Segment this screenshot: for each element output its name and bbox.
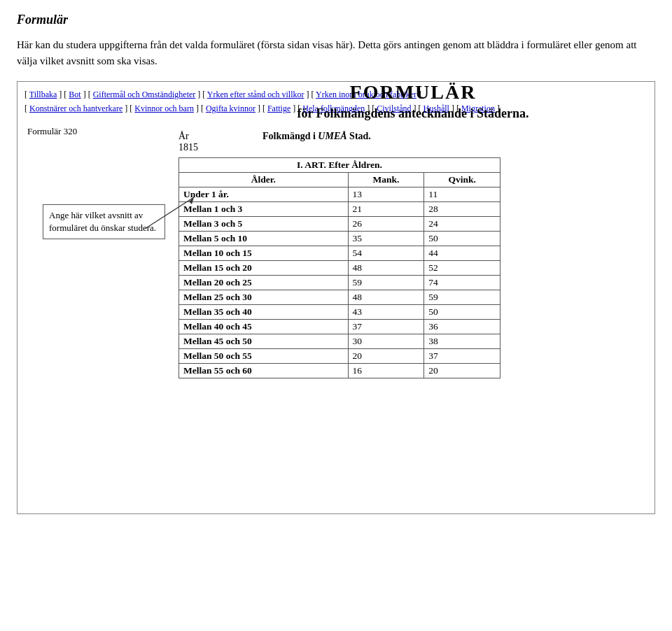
table-row: Mellan 55 och 601620 xyxy=(179,363,500,378)
table-row: Mellan 10 och 155444 xyxy=(179,246,500,260)
nav-tillbaka[interactable]: Tillbaka xyxy=(29,90,57,99)
table-cell-qvink: 20 xyxy=(424,363,500,378)
table-cell-mank: 37 xyxy=(348,319,424,334)
table-row: Mellan 45 och 503038 xyxy=(179,334,500,348)
nav-konstnarer[interactable]: Konstnärer och hantverkare xyxy=(29,104,122,113)
table-cell-qvink: 28 xyxy=(424,201,500,216)
table-cell-age: Mellan 1 och 3 xyxy=(179,201,349,216)
table-cell-mank: 48 xyxy=(348,290,424,304)
table-col-header-row: Ålder. Mank. Qvink. xyxy=(179,172,500,187)
page-title: Formulär xyxy=(17,13,655,27)
annotation-box: Ange här vilket avsnitt av formuläret du… xyxy=(43,204,165,239)
nav-bot[interactable]: Bot xyxy=(69,90,80,99)
table-cell-qvink: 74 xyxy=(424,275,500,290)
table-cell-qvink: 50 xyxy=(424,231,500,246)
table-cell-age: Mellan 45 och 50 xyxy=(179,334,349,348)
form-number: Formulär 320 xyxy=(27,126,77,137)
main-content-border: [ Tillbaka ] [ Bot ] [ Giftermål och Oms… xyxy=(17,81,655,514)
table-row: Under 1 år.1311 xyxy=(179,187,500,201)
table-cell-mank: 16 xyxy=(348,363,424,378)
year-label: År xyxy=(178,131,262,142)
table-cell-qvink: 11 xyxy=(424,187,500,201)
table-row: Mellan 1 och 32128 xyxy=(179,201,500,216)
table-row: Mellan 5 och 103550 xyxy=(179,231,500,246)
year-value: 1815 xyxy=(178,142,262,153)
table-row: Mellan 35 och 404350 xyxy=(179,304,500,319)
col-header-alder: Ålder. xyxy=(179,172,349,187)
table-cell-age: Mellan 15 och 20 xyxy=(179,260,349,275)
table-cell-mank: 54 xyxy=(348,246,424,260)
table-cell-mank: 20 xyxy=(348,348,424,363)
table-cell-qvink: 44 xyxy=(424,246,500,260)
age-table: I. ART. Efter Åldren. Ålder. Mank. Qvink… xyxy=(178,157,500,378)
table-cell-mank: 21 xyxy=(348,201,424,216)
form-main-title: FORMULÄR xyxy=(178,81,648,104)
table-cell-qvink: 38 xyxy=(424,334,500,348)
table-row: Mellan 25 och 304859 xyxy=(179,290,500,304)
table-cell-mank: 48 xyxy=(348,260,424,275)
table-cell-mank: 35 xyxy=(348,231,424,246)
table-cell-age: Mellan 35 och 40 xyxy=(179,304,349,319)
table-cell-age: Mellan 10 och 15 xyxy=(179,246,349,260)
table-cell-age: Mellan 20 och 25 xyxy=(179,275,349,290)
table-cell-qvink: 52 xyxy=(424,260,500,275)
year-col: År 1815 xyxy=(178,131,262,153)
table-cell-mank: 59 xyxy=(348,275,424,290)
content-area: FORMULÄR för Folkmängdens antecknande i … xyxy=(178,81,648,378)
table-cell-mank: 43 xyxy=(348,304,424,319)
table-cell-mank: 30 xyxy=(348,334,424,348)
table-row: Mellan 40 och 453736 xyxy=(179,319,500,334)
table-cell-age: Mellan 50 och 55 xyxy=(179,348,349,363)
table-cell-age: Mellan 5 och 10 xyxy=(179,231,349,246)
table-cell-qvink: 36 xyxy=(424,319,500,334)
table-row: Mellan 15 och 204852 xyxy=(179,260,500,275)
table-row: Mellan 20 och 255974 xyxy=(179,275,500,290)
intro-text: Här kan du studera uppgifterna från det … xyxy=(17,37,655,69)
table-cell-qvink: 59 xyxy=(424,290,500,304)
table-row: Mellan 3 och 52624 xyxy=(179,216,500,231)
table-cell-age: Mellan 3 och 5 xyxy=(179,216,349,231)
table-section-header-row: I. ART. Efter Åldren. xyxy=(179,157,500,172)
year-row: År 1815 Folkmängd i UMEÅ Stad. xyxy=(178,131,648,153)
folkmangd-col: Folkmängd i UMEÅ Stad. xyxy=(262,131,371,142)
table-cell-age: Mellan 55 och 60 xyxy=(179,363,349,378)
table-section-header: I. ART. Efter Åldren. xyxy=(179,157,500,172)
table-cell-age: Mellan 40 och 45 xyxy=(179,319,349,334)
col-header-mank: Mank. xyxy=(348,172,424,187)
table-row: Mellan 50 och 552037 xyxy=(179,348,500,363)
table-cell-mank: 13 xyxy=(348,187,424,201)
table-cell-age: Under 1 år. xyxy=(179,187,349,201)
table-cell-qvink: 50 xyxy=(424,304,500,319)
table-cell-qvink: 24 xyxy=(424,216,500,231)
form-subtitle: för Folkmängdens antecknande i Städerna. xyxy=(178,106,648,121)
col-header-qvink: Qvink. xyxy=(424,172,500,187)
table-cell-age: Mellan 25 och 30 xyxy=(179,290,349,304)
table-cell-qvink: 37 xyxy=(424,348,500,363)
table-cell-mank: 26 xyxy=(348,216,424,231)
